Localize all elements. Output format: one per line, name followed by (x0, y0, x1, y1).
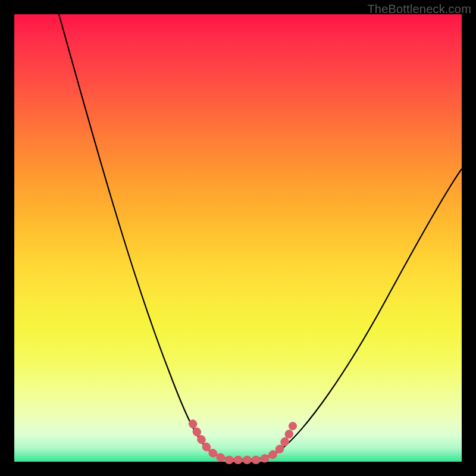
curve-layer (14, 14, 462, 462)
outer-black-frame: TheBottleneck.com (0, 0, 476, 476)
bottleneck-curve (59, 14, 462, 459)
gradient-plot-area (14, 14, 462, 462)
optimal-zone-marker (193, 424, 293, 460)
